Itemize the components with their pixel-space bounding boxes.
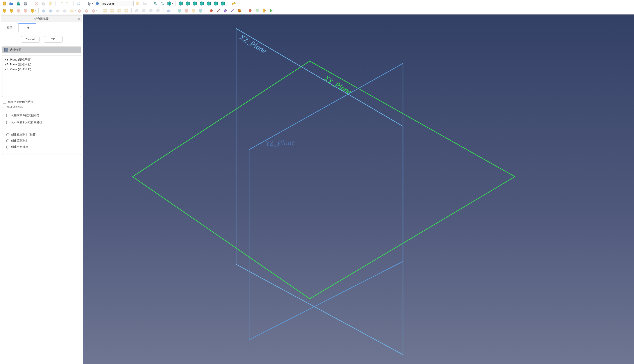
run-macro-icon[interactable]: [268, 8, 274, 14]
viewport-3d[interactable]: XZ_Plane XY_Plane YZ_Plane: [83, 14, 634, 364]
allow-used-features-checkbox[interactable]: [3, 100, 6, 104]
cross-reference-label: 创建交叉引用: [11, 145, 28, 149]
dropdown-caret-icon[interactable]: ▾: [92, 2, 93, 5]
link-folder-icon: [142, 0, 148, 6]
associative-copy-label: 创建关联副本: [11, 139, 28, 143]
toolbar-separator: [56, 1, 56, 6]
mirror-icon: [102, 8, 108, 14]
panel-title: 组合浏览器: [35, 17, 49, 21]
datum-cs-icon: [197, 8, 204, 14]
redo-icon: [65, 0, 71, 6]
from-same-part-label: 从相同零件的其他部分: [11, 113, 40, 117]
allow-used-features-label: 允许已被使用的特征: [8, 100, 33, 104]
right-view-icon[interactable]: [192, 0, 198, 6]
independent-copy-row[interactable]: 创建独立副本 (推荐): [6, 133, 77, 136]
create-body-icon[interactable]: [1, 8, 8, 14]
record-macro-icon[interactable]: [247, 8, 253, 14]
chevron-down-icon: ⌄: [130, 2, 132, 5]
workbench-icon: [96, 2, 99, 5]
thickness-icon: [155, 8, 161, 14]
panel-layout-icon[interactable]: [78, 18, 80, 20]
list-item[interactable]: XY_Plane (基准平面): [4, 57, 80, 62]
feature-listbox[interactable]: XY_Plane (基准平面)XZ_Plane (基准平面)YZ_Plane (…: [2, 55, 81, 97]
draft-icon: [148, 8, 154, 14]
workbench-selector[interactable]: Part Design⌄: [94, 1, 134, 6]
datum-line-icon: [183, 8, 190, 14]
toolbar-separator: [150, 1, 150, 6]
new-file-icon[interactable]: [1, 0, 8, 6]
toolbar-row-2: ▾▾▾: [0, 7, 634, 14]
dropdown-caret-icon[interactable]: ▾: [172, 2, 173, 5]
toolbar-separator: [73, 1, 74, 6]
fillet-icon: [134, 8, 140, 14]
isometric-icon[interactable]: [166, 0, 172, 6]
xz-plane-label: XZ_Plane: [238, 33, 268, 55]
from-diff-part-checkbox[interactable]: [6, 121, 10, 124]
side-panel: 组合浏览器 模型 任务 Cancel OK 选择特征 ⌃ XY_Plane (基…: [0, 14, 83, 364]
cross-reference-row[interactable]: 创建交叉引用: [6, 145, 77, 149]
dialog-buttons: Cancel OK: [2, 36, 81, 42]
groove-icon: [91, 8, 97, 14]
toolbar-separator: [131, 8, 132, 14]
edit-sketch-icon: [15, 8, 22, 14]
measure-distance-icon[interactable]: [231, 0, 237, 6]
validate-sketch-icon[interactable]: [30, 8, 36, 14]
associative-copy-radio[interactable]: [6, 139, 10, 142]
list-item[interactable]: XZ_Plane (基准平面): [4, 62, 80, 67]
axo-view-icon[interactable]: [220, 0, 226, 6]
list-item[interactable]: YZ_Plane (基准平面): [4, 67, 80, 72]
linear-pattern-icon: [109, 8, 115, 14]
paste-icon: [47, 0, 53, 6]
select-feature-icon: [5, 48, 8, 52]
from-diff-part-row[interactable]: 从不同的部分或自由特征: [6, 120, 77, 124]
left-view-icon[interactable]: [213, 0, 219, 6]
yz-plane-wire: [249, 63, 403, 340]
section-title: 选择特征: [10, 48, 21, 52]
boolean-icon: [166, 8, 172, 14]
arrow-cursor-icon[interactable]: [87, 0, 93, 6]
open-file-icon[interactable]: [8, 0, 15, 6]
external-features-legend: 允许外部特征: [6, 105, 25, 109]
map-sketch-icon: [22, 8, 29, 14]
save-file-icon[interactable]: [15, 0, 22, 6]
section-select-feature[interactable]: 选择特征 ⌃: [2, 46, 81, 53]
datum-point-icon: [176, 8, 183, 14]
from-same-part-checkbox[interactable]: [6, 114, 10, 117]
cross-reference-radio[interactable]: [6, 146, 10, 148]
fit-all-icon[interactable]: [152, 0, 158, 6]
external-features-group: 允许外部特征 从相同零件的其他部分 从不同的部分或自由特征 创建独立副本 (推荐…: [2, 107, 81, 155]
top-view-icon[interactable]: [185, 0, 191, 6]
line-annot-icon[interactable]: [215, 8, 221, 14]
toolbar-separator: [175, 1, 176, 6]
xy-plane-wire: [133, 61, 515, 299]
independent-copy-label: 创建独立副本 (推荐): [11, 133, 37, 136]
toolbar-row-1: ▾Part Design⌄▾: [0, 0, 634, 7]
ok-button[interactable]: OK: [44, 36, 63, 42]
cancel-button[interactable]: Cancel: [21, 36, 40, 42]
from-same-part-row[interactable]: 从相同零件的其他部分: [6, 113, 77, 117]
toolbar-separator: [245, 8, 245, 14]
stop-macro-icon: [254, 8, 260, 14]
allow-used-features-row[interactable]: 允许已被使用的特征: [3, 100, 80, 104]
macros-icon[interactable]: [261, 8, 267, 14]
toolbar-separator: [100, 8, 100, 14]
toolbar-separator: [31, 1, 31, 6]
tab-model[interactable]: 模型: [1, 23, 19, 32]
copy-icon: [40, 0, 46, 6]
tab-task[interactable]: 任务: [19, 24, 36, 32]
wand-icon[interactable]: [229, 8, 235, 14]
viewport-svg: XZ_Plane XY_Plane YZ_Plane: [83, 14, 634, 364]
face-icon[interactable]: [236, 8, 242, 14]
rear-view-icon[interactable]: [199, 0, 205, 6]
bottom-view-icon[interactable]: [206, 0, 212, 6]
link-group-icon: [135, 0, 141, 6]
front-view-icon[interactable]: [178, 0, 184, 6]
dropdown-caret-icon[interactable]: ▾: [35, 10, 36, 12]
fit-selection-icon[interactable]: [159, 0, 165, 6]
point-annot-icon[interactable]: [208, 8, 214, 14]
associative-copy-row[interactable]: 创建关联副本: [6, 139, 77, 143]
diamond-annot-icon[interactable]: [222, 8, 228, 14]
create-sketch-icon[interactable]: [8, 8, 15, 14]
print-icon[interactable]: [22, 0, 29, 6]
independent-copy-radio[interactable]: [6, 133, 10, 136]
